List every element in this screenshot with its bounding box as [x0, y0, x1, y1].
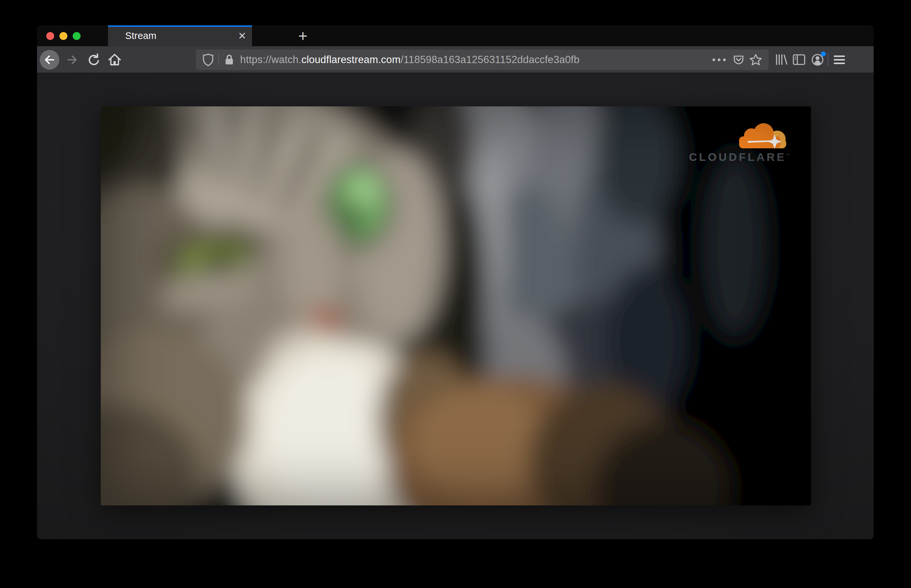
tracking-shield-icon [202, 53, 214, 66]
menu-icon [833, 55, 846, 65]
video-player[interactable]: CLOUDFLARE™ [101, 107, 811, 506]
url-path: /118598a163a125631152ddaccfe3a0fb [401, 54, 580, 65]
sidebar-button[interactable] [790, 51, 808, 69]
menu-button[interactable] [830, 51, 848, 69]
url-scheme: https://watch. [240, 54, 301, 65]
tab-stream[interactable]: Stream ✕ [108, 26, 252, 46]
url-bar[interactable]: https://watch.cloudflarestream.com/11859… [196, 50, 769, 70]
library-button[interactable] [772, 51, 790, 69]
page-actions-icon [718, 58, 720, 61]
site-identity-button[interactable] [222, 52, 236, 67]
tab-bar: Stream ✕ + [37, 26, 874, 46]
sidebar-icon [792, 53, 806, 66]
minimize-window-button[interactable] [60, 32, 67, 40]
active-tab-stripe [108, 26, 252, 27]
toolbar-divider [828, 53, 829, 66]
home-icon [107, 53, 122, 67]
account-button[interactable] [809, 51, 827, 69]
traffic-lights [46, 26, 81, 46]
bookmark-button[interactable] [749, 52, 763, 67]
tab-close-icon[interactable]: ✕ [235, 29, 249, 43]
video-vignette [101, 107, 811, 506]
pocket-icon [732, 53, 745, 66]
back-button[interactable] [40, 50, 60, 70]
urlbar-divider [218, 54, 219, 66]
library-icon [774, 53, 788, 66]
home-button[interactable] [106, 51, 124, 69]
lock-icon [224, 54, 234, 66]
page-actions-button[interactable] [712, 58, 726, 61]
url-text[interactable]: https://watch.cloudflarestream.com/11859… [240, 54, 712, 66]
tab-title: Stream [125, 31, 235, 41]
zoom-window-button[interactable] [73, 32, 81, 40]
account-notification-dot [821, 52, 826, 57]
page-content: CLOUDFLARE™ [37, 73, 874, 538]
close-window-button[interactable] [46, 32, 54, 40]
navigation-toolbar: https://watch.cloudflarestream.com/11859… [37, 46, 874, 73]
browser-window: Stream ✕ + [37, 26, 874, 539]
page-actions-icon [712, 58, 715, 61]
forward-button[interactable] [63, 51, 81, 69]
forward-icon [65, 53, 79, 66]
reload-icon [86, 53, 101, 67]
page-actions-icon [723, 58, 726, 61]
reload-button[interactable] [84, 51, 102, 69]
url-domain: cloudflarestream.com [301, 54, 401, 65]
pocket-button[interactable] [732, 52, 746, 67]
bookmark-star-icon [749, 53, 762, 66]
tracking-protection-button[interactable] [201, 52, 215, 67]
back-icon [43, 53, 56, 66]
new-tab-button[interactable]: + [293, 26, 313, 46]
